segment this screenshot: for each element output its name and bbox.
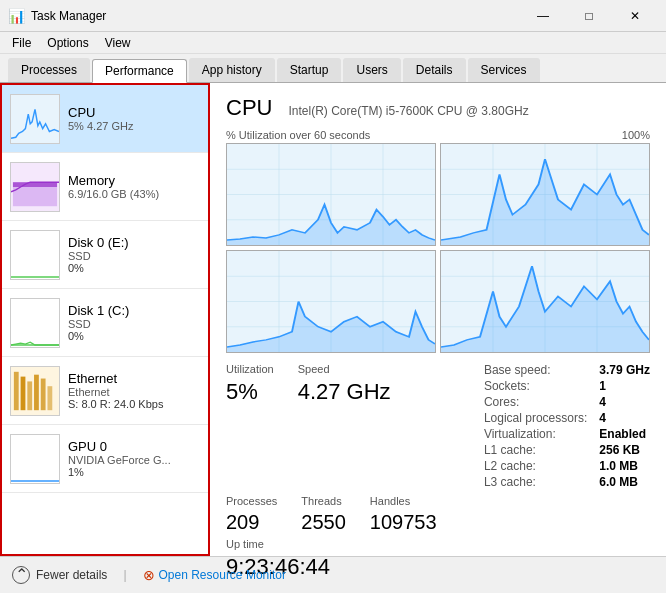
ethernet-type: Ethernet — [68, 386, 200, 398]
processes-stat: Processes 209 — [226, 495, 277, 534]
gpu0-model: NVIDIA GeForce G... — [68, 454, 200, 466]
svg-rect-0 — [13, 187, 57, 206]
svg-rect-6 — [41, 378, 46, 410]
chevron-up-icon: ⌃ — [12, 566, 30, 584]
app-icon: 📊 — [8, 8, 25, 24]
side-stats: Base speed: 3.79 GHz Sockets: 1 Cores: 4… — [484, 363, 650, 489]
charts-area: % Utilization over 60 seconds 100% — [226, 129, 650, 353]
disk1-info: Disk 1 (C:) SSD 0% — [68, 303, 200, 342]
disk1-type: SSD — [68, 318, 200, 330]
utilization-value: 5% — [226, 379, 274, 405]
gpu0-info: GPU 0 NVIDIA GeForce G... 1% — [68, 439, 200, 478]
resource-monitor-icon: ⊗ — [143, 567, 155, 583]
cpu-name: CPU — [68, 105, 200, 120]
l3-cache-value: 6.0 MB — [599, 475, 650, 489]
logical-proc-value: 4 — [599, 411, 650, 425]
main-content: CPU 5% 4.27 GHz Memory 6.9/16.0 GB (43%) — [0, 83, 666, 556]
ethernet-thumbnail — [10, 366, 60, 416]
close-button[interactable]: ✕ — [612, 0, 658, 32]
sockets-label: Sockets: — [484, 379, 587, 393]
tab-startup[interactable]: Startup — [277, 58, 342, 82]
threads-stat: Threads 2550 — [301, 495, 346, 534]
disk0-type: SSD — [68, 250, 200, 262]
open-resource-monitor-link[interactable]: ⊗ Open Resource Monitor — [143, 567, 286, 583]
resource-item-disk1[interactable]: Disk 1 (C:) SSD 0% — [2, 289, 208, 357]
sockets-value: 1 — [599, 379, 650, 393]
menu-bar: File Options View — [0, 32, 666, 54]
chart-cell-2 — [440, 143, 650, 246]
cpu-header: CPU Intel(R) Core(TM) i5-7600K CPU @ 3.8… — [226, 95, 650, 121]
speed-label: Speed — [298, 363, 391, 375]
l1-cache-label: L1 cache: — [484, 443, 587, 457]
tab-processes[interactable]: Processes — [8, 58, 90, 82]
chart-cell-3 — [226, 250, 436, 353]
virtualization-label: Virtualization: — [484, 427, 587, 441]
resource-item-ethernet[interactable]: Ethernet Ethernet S: 8.0 R: 24.0 Kbps — [2, 357, 208, 425]
disk0-thumbnail — [10, 230, 60, 280]
svg-rect-3 — [21, 376, 26, 410]
tab-users[interactable]: Users — [343, 58, 400, 82]
memory-info: Memory 6.9/16.0 GB (43%) — [68, 173, 200, 200]
logical-proc-label: Logical processors: — [484, 411, 587, 425]
title-bar-controls: — □ ✕ — [520, 0, 658, 32]
resource-item-memory[interactable]: Memory 6.9/16.0 GB (43%) — [2, 153, 208, 221]
svg-rect-5 — [34, 374, 39, 410]
svg-rect-7 — [47, 386, 52, 410]
cores-value: 4 — [599, 395, 650, 409]
uptime-stat: Up time 9:23:46:44 — [226, 538, 650, 580]
menu-options[interactable]: Options — [39, 34, 96, 52]
speed-value: 4.27 GHz — [298, 379, 391, 405]
uptime-value: 9:23:46:44 — [226, 554, 650, 580]
handles-stat: Handles 109753 — [370, 495, 437, 534]
tab-app-history[interactable]: App history — [189, 58, 275, 82]
l3-cache-label: L3 cache: — [484, 475, 587, 489]
tab-services[interactable]: Services — [468, 58, 540, 82]
disk0-info: Disk 0 (E:) SSD 0% — [68, 235, 200, 274]
gpu0-thumbnail — [10, 434, 60, 484]
handles-value: 109753 — [370, 511, 437, 534]
open-resource-monitor-label: Open Resource Monitor — [159, 568, 286, 582]
tab-bar: Processes Performance App history Startu… — [0, 54, 666, 83]
disk1-value: 0% — [68, 330, 200, 342]
menu-file[interactable]: File — [4, 34, 39, 52]
l2-cache-label: L2 cache: — [484, 459, 587, 473]
title-bar: 📊 Task Manager — □ ✕ — [0, 0, 666, 32]
right-panel: CPU Intel(R) Core(TM) i5-7600K CPU @ 3.8… — [210, 83, 666, 556]
cpu-title: CPU — [226, 95, 272, 121]
tab-performance[interactable]: Performance — [92, 59, 187, 83]
utilization-label: Utilization — [226, 363, 274, 375]
ethernet-speed: S: 8.0 R: 24.0 Kbps — [68, 398, 200, 410]
cores-label: Cores: — [484, 395, 587, 409]
footer-divider: | — [123, 568, 126, 582]
resource-item-gpu0[interactable]: GPU 0 NVIDIA GeForce G... 1% — [2, 425, 208, 493]
tab-details[interactable]: Details — [403, 58, 466, 82]
handles-label: Handles — [370, 495, 437, 507]
title-bar-text: Task Manager — [31, 9, 520, 23]
chart-cell-4 — [440, 250, 650, 353]
gpu0-value: 1% — [68, 466, 200, 478]
threads-label: Threads — [301, 495, 346, 507]
disk0-name: Disk 0 (E:) — [68, 235, 200, 250]
ethernet-info: Ethernet Ethernet S: 8.0 R: 24.0 Kbps — [68, 371, 200, 410]
processes-value: 209 — [226, 511, 277, 534]
cpu-thumbnail — [10, 94, 60, 144]
svg-rect-2 — [14, 371, 19, 409]
threads-value: 2550 — [301, 511, 346, 534]
resource-item-cpu[interactable]: CPU 5% 4.27 GHz — [2, 85, 208, 153]
chart-cell-1 — [226, 143, 436, 246]
disk0-value: 0% — [68, 262, 200, 274]
ethernet-name: Ethernet — [68, 371, 200, 386]
minimize-button[interactable]: — — [520, 0, 566, 32]
utilization-stat: Utilization 5% — [226, 363, 274, 489]
svg-rect-4 — [27, 381, 32, 410]
maximize-button[interactable]: □ — [566, 0, 612, 32]
fewer-details-button[interactable]: ⌃ Fewer details — [12, 566, 107, 584]
l1-cache-value: 256 KB — [599, 443, 650, 457]
speed-stat: Speed 4.27 GHz — [298, 363, 391, 489]
base-speed-value: 3.79 GHz — [599, 363, 650, 377]
virtualization-value: Enabled — [599, 427, 650, 441]
cpu-subtitle: Intel(R) Core(TM) i5-7600K CPU @ 3.80GHz — [288, 104, 528, 118]
fewer-details-label: Fewer details — [36, 568, 107, 582]
menu-view[interactable]: View — [97, 34, 139, 52]
resource-item-disk0[interactable]: Disk 0 (E:) SSD 0% — [2, 221, 208, 289]
